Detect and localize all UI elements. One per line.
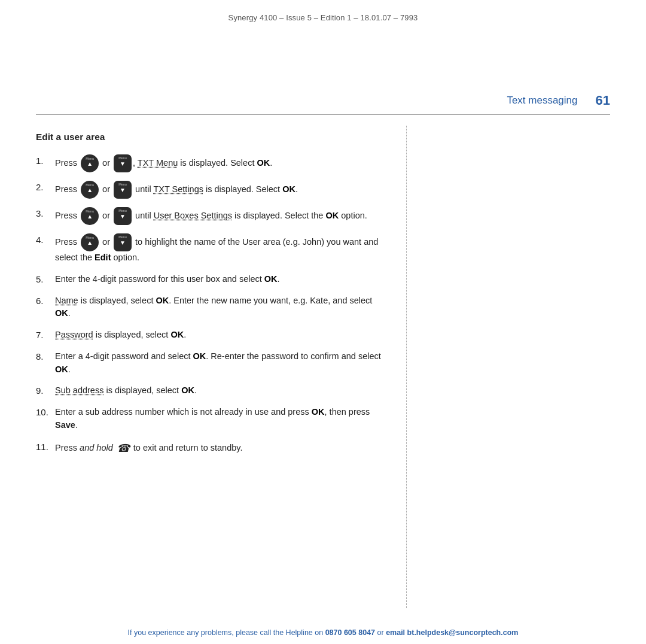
up-button-2: Menu: [81, 181, 99, 199]
ok-5: OK: [264, 274, 278, 284]
footer-bar: If you experience any problems, please c…: [0, 621, 646, 644]
section-title: Text messaging: [507, 95, 577, 107]
user-boxes-link: User Boxes Settings: [154, 211, 232, 220]
step-7-content: Password is displayed, select OK.: [55, 329, 186, 342]
ok-9: OK: [181, 385, 194, 395]
step-2-content: Press Menu or Menu until TXT Settings is…: [55, 181, 298, 199]
step-6-content: Name is displayed, select OK. Enter the …: [55, 294, 388, 321]
step-8-content: Enter a 4-digit password and select OK. …: [55, 350, 388, 376]
ok-6b: OK: [55, 308, 68, 318]
horizontal-rule: [36, 114, 610, 115]
step-1: 1. Press Menu or Menu, TXT Menu is displ…: [36, 154, 388, 172]
step-6-number: 6.: [36, 294, 55, 308]
footer-text: If you experience any problems, please c…: [128, 628, 325, 637]
step-4-number: 4.: [36, 233, 55, 247]
txt-menu-link: TXT Menu: [138, 158, 178, 168]
page-number: 61: [596, 93, 610, 108]
footer-phone: 0870 605 8047: [325, 628, 375, 637]
step-8-number: 8.: [36, 350, 55, 363]
step-8: 8. Enter a 4-digit password and select O…: [36, 350, 388, 376]
top-rule-area: Text messaging 61: [36, 93, 610, 115]
ok-8b: OK: [55, 364, 68, 374]
txt-settings-link: TXT Settings: [153, 184, 203, 194]
password-link: Password: [55, 330, 93, 339]
down-button-1: Menu: [114, 154, 132, 172]
down-button-2: Menu: [114, 181, 132, 199]
ok-2: OK: [282, 184, 295, 194]
footer-or: or: [375, 628, 386, 637]
step-10-content: Enter a sub address number which is not …: [55, 406, 388, 432]
step-3-content: Press Menu or Menu until User Boxes Sett…: [55, 207, 367, 225]
down-button-4: Menu: [114, 233, 132, 251]
ok-7: OK: [170, 330, 184, 339]
right-column: [407, 126, 610, 608]
down-button-3: Menu: [114, 207, 132, 225]
page-header: Synergy 4100 – Issue 5 – Edition 1 – 18.…: [0, 0, 646, 22]
header-title: Synergy 4100 – Issue 5 – Edition 1 – 18.…: [228, 13, 418, 22]
up-button-1: Menu: [81, 154, 99, 172]
step-4: 4. Press Menu or Menu to highlight the n…: [36, 233, 388, 265]
save-10: Save: [55, 420, 75, 430]
edit-bold: Edit: [95, 253, 111, 262]
edit-heading: Edit a user area: [36, 132, 388, 142]
step-10-number: 10.: [36, 406, 55, 419]
name-link: Name: [55, 296, 78, 305]
step-5-number: 5.: [36, 273, 55, 286]
ok-6a: OK: [156, 296, 169, 305]
up-button-4: Menu: [81, 233, 99, 251]
steps-list: 1. Press Menu or Menu, TXT Menu is displ…: [36, 154, 388, 457]
step-11-number: 11.: [36, 441, 55, 454]
main-content: Edit a user area 1. Press Menu or Menu, …: [36, 126, 610, 608]
step-11: 11. Press and hold ☎︎ to exit and return…: [36, 441, 388, 457]
up-button-3: Menu: [81, 207, 99, 225]
section-title-bar: Text messaging 61: [36, 93, 610, 114]
footer-email-label: email: [386, 628, 405, 637]
ok-10: OK: [312, 407, 325, 417]
step-2-number: 2.: [36, 181, 55, 194]
ok-3: OK: [325, 211, 339, 220]
step-1-number: 1.: [36, 154, 55, 168]
sub-address-link: Sub address: [55, 385, 103, 395]
step-6: 6. Name is displayed, select OK. Enter t…: [36, 294, 388, 321]
step-5: 5. Enter the 4-digit password for this u…: [36, 273, 388, 286]
step-1-content: Press Menu or Menu, TXT Menu is displaye…: [55, 154, 272, 172]
phone-icon: ☎︎: [117, 441, 130, 457]
step-7: 7. Password is displayed, select OK.: [36, 329, 388, 342]
step-10: 10. Enter a sub address number which is …: [36, 406, 388, 432]
step-9: 9. Sub address is displayed, select OK.: [36, 384, 388, 397]
step-3-number: 3.: [36, 207, 55, 220]
ok-8a: OK: [193, 351, 206, 361]
step-9-number: 9.: [36, 384, 55, 397]
step-5-content: Enter the 4-digit password for this user…: [55, 273, 280, 286]
step-9-content: Sub address is displayed, select OK.: [55, 384, 197, 397]
footer-email: bt.helpdesk@suncorptech.com: [407, 628, 519, 637]
step-4-content: Press Menu or Menu to highlight the name…: [55, 233, 388, 265]
left-column: Edit a user area 1. Press Menu or Menu, …: [36, 126, 407, 608]
step-11-content: Press and hold ☎︎ to exit and return to …: [55, 441, 243, 457]
step-7-number: 7.: [36, 329, 55, 342]
step-3: 3. Press Menu or Menu until User Boxes S…: [36, 207, 388, 225]
ok-1: OK: [257, 158, 270, 168]
step-2: 2. Press Menu or Menu until TXT Settings…: [36, 181, 388, 199]
